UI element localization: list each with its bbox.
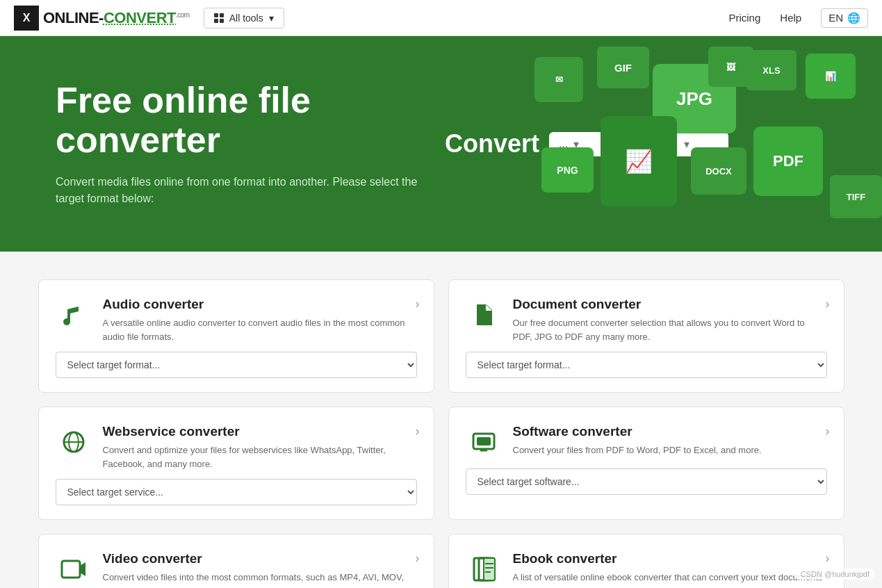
converter-card-audio: Audio converter A versatile online audio… — [38, 279, 434, 393]
card-content-document: Document converter Our free document con… — [513, 297, 827, 343]
card-title-ebook: Ebook converter — [513, 551, 827, 566]
grid-icon — [214, 13, 224, 23]
converter-card-webservice: Webservice converter Convert and optimiz… — [38, 407, 434, 520]
hero-title: Free online file converter — [56, 81, 445, 160]
card-desc-software: Convert your files from PDF to Word, PDF… — [513, 443, 827, 457]
card-arrow-ebook: › — [826, 551, 830, 566]
card-select-webservice[interactable]: Select target service... — [56, 479, 417, 505]
logo-text: ONLINE-CONVERT.com — [43, 9, 190, 27]
chevron-from-icon: ▾ — [573, 138, 579, 151]
hero-description: Convert media files online from one form… — [56, 174, 445, 207]
pdf-icon-dec: PDF — [753, 126, 823, 196]
globe-icon: 🌐 — [847, 12, 860, 24]
from-format-dropdown[interactable]: ... ▾ — [549, 132, 619, 156]
card-icon-ebook — [466, 551, 502, 587]
card-desc-ebook: A list of versatile online ebook convert… — [513, 571, 827, 588]
card-icon-webservice — [56, 424, 92, 460]
card-icon-video — [56, 551, 92, 587]
card-top-document: Document converter Our free document con… — [466, 297, 827, 343]
svg-rect-4 — [477, 437, 491, 446]
card-title-audio: Audio converter — [103, 297, 417, 312]
watermark: CSDN @hudunkjpdf — [797, 569, 874, 580]
jpg-icon-dec: JPG — [653, 64, 736, 133]
card-icon-software — [466, 424, 502, 460]
card-top-webservice: Webservice converter Convert and optimiz… — [56, 424, 417, 471]
all-tools-label: All tools — [229, 13, 263, 24]
hero-text: Free online file converter Convert media… — [56, 81, 445, 207]
email-icon-dec: ✉ — [534, 57, 583, 102]
card-desc-video: Convert video files into the most common… — [103, 571, 417, 588]
card-arrow-video: › — [416, 551, 420, 566]
card-title-document: Document converter — [513, 297, 827, 312]
logo-icon: X — [14, 6, 39, 31]
header: X ONLINE-CONVERT.com All tools ▾ Pricing… — [0, 0, 882, 36]
all-tools-button[interactable]: All tools ▾ — [204, 8, 284, 28]
hero-banner: ✉ GIF JPG XLS 📊 🖼 PNG 📈 DOCX PDF TIFF Aa… — [0, 36, 882, 252]
card-content-video: Video converter Convert video files into… — [103, 551, 417, 588]
to-format-dropdown[interactable]: ... ▾ — [659, 132, 728, 156]
card-icon-audio — [56, 297, 92, 333]
language-button[interactable]: EN 🌐 — [821, 8, 868, 28]
card-content-webservice: Webservice converter Convert and optimiz… — [103, 424, 417, 471]
card-arrow-audio: › — [416, 297, 420, 311]
card-title-video: Video converter — [103, 551, 417, 566]
converter-card-video: Video converter Convert video files into… — [38, 534, 434, 588]
card-content-audio: Audio converter A versatile online audio… — [103, 297, 417, 343]
card-top-ebook: Ebook converter A list of versatile onli… — [466, 551, 827, 588]
tiff-icon-dec: TIFF — [830, 175, 882, 218]
image-icon-dec: 🖼 — [708, 47, 753, 87]
card-icon-document — [466, 297, 502, 333]
card-top-software: Software converter Convert your files fr… — [466, 424, 827, 460]
card-arrow-webservice: › — [416, 424, 420, 439]
chart-icon-dec: 📊 — [806, 54, 856, 99]
converter-grid: Audio converter A versatile online audio… — [38, 279, 844, 588]
chevron-down-icon: ▾ — [269, 13, 274, 24]
card-title-webservice: Webservice converter — [103, 424, 417, 439]
to-placeholder: ... — [669, 138, 678, 150]
card-top-video: Video converter Convert video files into… — [56, 551, 417, 588]
card-top-audio: Audio converter A versatile online audio… — [56, 297, 417, 343]
svg-rect-11 — [484, 558, 495, 580]
main-content: Audio converter A versatile online audio… — [24, 279, 858, 588]
card-select-audio[interactable]: Select target format... — [56, 352, 417, 378]
converter-card-software: Software converter Convert your files fr… — [448, 407, 844, 520]
chevron-to-icon: ▾ — [684, 138, 689, 151]
card-desc-audio: A versatile online audio converter to co… — [103, 316, 417, 343]
pricing-link[interactable]: Pricing — [728, 12, 760, 24]
lang-label: EN — [828, 12, 843, 24]
logo-area: X ONLINE-CONVERT.com — [14, 6, 190, 31]
card-select-document[interactable]: Select target format... — [466, 352, 827, 378]
hero-convert-widget: Convert ... ▾ to ... ▾ — [445, 129, 728, 158]
header-nav: Pricing Help EN 🌐 — [728, 8, 868, 28]
help-link[interactable]: Help — [780, 12, 801, 24]
gif-icon-dec: GIF — [597, 47, 649, 88]
to-label: to — [628, 131, 649, 157]
card-title-software: Software converter — [513, 424, 827, 439]
convert-label: Convert — [445, 129, 539, 158]
card-select-software[interactable]: Select target software... — [466, 468, 827, 495]
from-placeholder: ... — [559, 138, 568, 150]
card-content-software: Software converter Convert your files fr… — [513, 424, 827, 457]
xls-icon-dec: XLS — [746, 50, 797, 90]
card-content-ebook: Ebook converter A list of versatile onli… — [513, 551, 827, 588]
card-arrow-software: › — [826, 424, 830, 439]
card-desc-document: Our free document converter selection th… — [513, 316, 827, 343]
card-desc-webservice: Convert and optimize your files for webs… — [103, 443, 417, 471]
converter-card-ebook: Ebook converter A list of versatile onli… — [448, 534, 844, 588]
converter-card-document: Document converter Our free document con… — [448, 279, 844, 393]
card-arrow-document: › — [826, 297, 830, 311]
